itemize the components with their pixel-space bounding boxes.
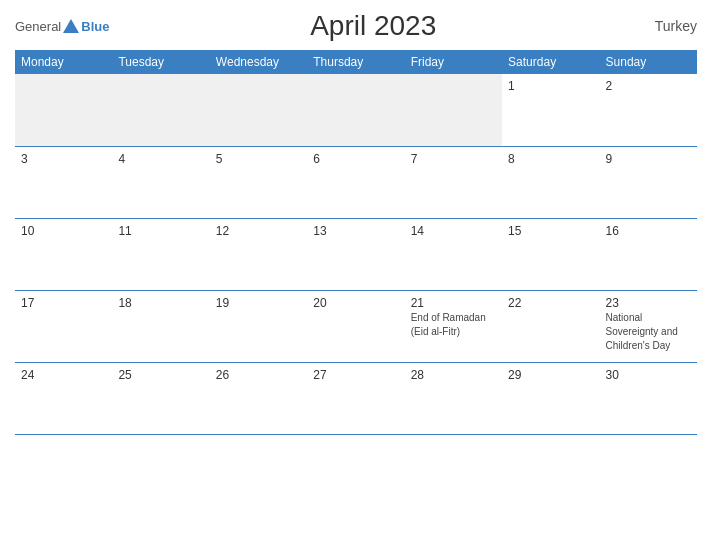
day-number: 18 <box>118 296 203 310</box>
day-number: 6 <box>313 152 398 166</box>
weekday-header: Sunday <box>600 50 697 74</box>
calendar-cell: 23National Sovereignty and Children's Da… <box>600 290 697 362</box>
event-label: National Sovereignty and Children's Day <box>606 312 678 351</box>
calendar-cell: 24 <box>15 362 112 434</box>
day-number: 23 <box>606 296 691 310</box>
calendar-cell: 18 <box>112 290 209 362</box>
day-number: 8 <box>508 152 593 166</box>
calendar-cell: 28 <box>405 362 502 434</box>
calendar-cell: 1 <box>502 74 599 146</box>
weekday-header: Thursday <box>307 50 404 74</box>
day-number: 10 <box>21 224 106 238</box>
calendar-cell: 7 <box>405 146 502 218</box>
calendar-cell: 17 <box>15 290 112 362</box>
day-number: 12 <box>216 224 301 238</box>
calendar-cell: 6 <box>307 146 404 218</box>
day-number: 15 <box>508 224 593 238</box>
weekday-header: Tuesday <box>112 50 209 74</box>
calendar-cell: 22 <box>502 290 599 362</box>
logo-triangle-icon <box>63 19 79 33</box>
calendar-cell: 14 <box>405 218 502 290</box>
calendar-cell: 4 <box>112 146 209 218</box>
weekday-header: Wednesday <box>210 50 307 74</box>
logo: General Blue <box>15 19 109 34</box>
day-number: 7 <box>411 152 496 166</box>
weekday-header: Monday <box>15 50 112 74</box>
calendar-cell: 29 <box>502 362 599 434</box>
calendar-cell: 9 <box>600 146 697 218</box>
calendar-cell <box>210 74 307 146</box>
day-number: 29 <box>508 368 593 382</box>
day-number: 22 <box>508 296 593 310</box>
day-number: 26 <box>216 368 301 382</box>
event-label: End of Ramadan (Eid al-Fitr) <box>411 312 486 337</box>
calendar-cell: 15 <box>502 218 599 290</box>
calendar-body: 123456789101112131415161718192021End of … <box>15 74 697 434</box>
day-number: 2 <box>606 79 691 93</box>
calendar-cell: 16 <box>600 218 697 290</box>
calendar-cell: 25 <box>112 362 209 434</box>
calendar-page: General Blue April 2023 Turkey MondayTue… <box>0 0 712 550</box>
logo-blue-text: Blue <box>81 19 109 34</box>
calendar-cell: 11 <box>112 218 209 290</box>
calendar-header: General Blue April 2023 Turkey <box>15 10 697 42</box>
calendar-cell: 26 <box>210 362 307 434</box>
calendar-cell: 8 <box>502 146 599 218</box>
weekday-header: Saturday <box>502 50 599 74</box>
day-number: 20 <box>313 296 398 310</box>
calendar-cell: 5 <box>210 146 307 218</box>
calendar-cell: 3 <box>15 146 112 218</box>
day-number: 11 <box>118 224 203 238</box>
day-number: 17 <box>21 296 106 310</box>
calendar-cell: 13 <box>307 218 404 290</box>
day-number: 3 <box>21 152 106 166</box>
logo-general-text: General <box>15 19 61 34</box>
calendar-cell: 21End of Ramadan (Eid al-Fitr) <box>405 290 502 362</box>
calendar-cell <box>15 74 112 146</box>
calendar-cell <box>307 74 404 146</box>
day-number: 1 <box>508 79 593 93</box>
day-number: 25 <box>118 368 203 382</box>
calendar-cell: 2 <box>600 74 697 146</box>
calendar-title: April 2023 <box>109 10 637 42</box>
day-number: 9 <box>606 152 691 166</box>
calendar-cell <box>405 74 502 146</box>
day-number: 27 <box>313 368 398 382</box>
day-number: 5 <box>216 152 301 166</box>
day-number: 16 <box>606 224 691 238</box>
calendar-table: MondayTuesdayWednesdayThursdayFridaySatu… <box>15 50 697 435</box>
day-number: 4 <box>118 152 203 166</box>
calendar-header-row: MondayTuesdayWednesdayThursdayFridaySatu… <box>15 50 697 74</box>
calendar-cell: 27 <box>307 362 404 434</box>
day-number: 19 <box>216 296 301 310</box>
calendar-cell <box>112 74 209 146</box>
calendar-cell: 30 <box>600 362 697 434</box>
weekday-header: Friday <box>405 50 502 74</box>
day-number: 28 <box>411 368 496 382</box>
country-label: Turkey <box>637 18 697 34</box>
day-number: 21 <box>411 296 496 310</box>
day-number: 24 <box>21 368 106 382</box>
calendar-cell: 10 <box>15 218 112 290</box>
day-number: 14 <box>411 224 496 238</box>
day-number: 30 <box>606 368 691 382</box>
day-number: 13 <box>313 224 398 238</box>
calendar-cell: 19 <box>210 290 307 362</box>
calendar-cell: 12 <box>210 218 307 290</box>
calendar-cell: 20 <box>307 290 404 362</box>
